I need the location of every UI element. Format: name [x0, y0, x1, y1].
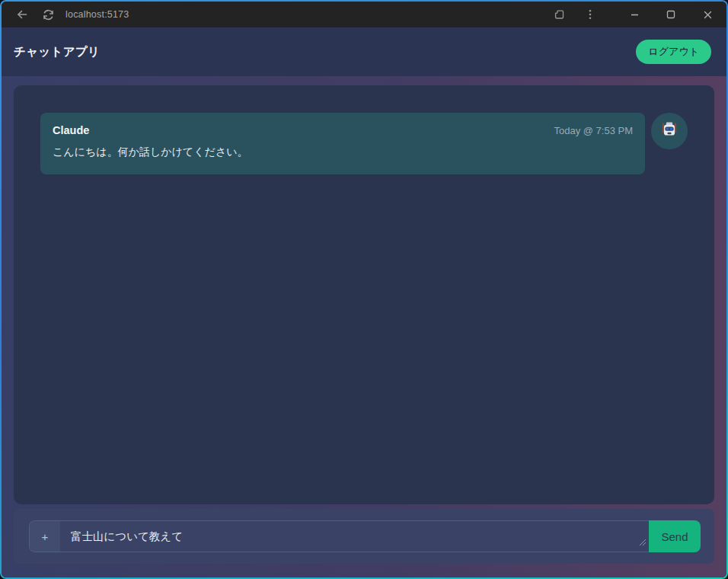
message-bubble: Claude Today @ 7:53 PM こんにちは。何か話しかけてください… [40, 113, 645, 174]
minimize-icon [629, 9, 640, 21]
reload-icon [42, 8, 55, 21]
overflow-menu-button[interactable] [580, 5, 600, 24]
logout-button[interactable]: ログアウト [636, 40, 711, 64]
app-header: チャットアプリ ログアウト [2, 27, 726, 76]
page-body: Claude Today @ 7:53 PM こんにちは。何か話しかけてください… [2, 76, 726, 577]
message-author: Claude [53, 124, 89, 136]
reload-button[interactable] [38, 5, 58, 24]
address-url[interactable]: localhost:5173 [65, 9, 129, 20]
send-button[interactable]: Send [649, 520, 701, 552]
chat-messages-panel: Claude Today @ 7:53 PM こんにちは。何か話しかけてください… [14, 85, 714, 504]
window-inner: localhost:5173 [2, 2, 726, 577]
attach-button[interactable]: + [30, 521, 60, 552]
message-field-group: + 富士山について教えて [29, 520, 649, 552]
extensions-icon [553, 8, 567, 21]
browser-window: localhost:5173 [0, 0, 728, 579]
message-timestamp: Today @ 7:53 PM [554, 125, 633, 136]
maximize-icon [666, 9, 676, 20]
back-icon [15, 8, 29, 21]
maximize-button[interactable] [661, 5, 681, 24]
message-text: こんにちは。何か話しかけてください。 [53, 144, 633, 159]
message-input[interactable]: 富士山について教えて [60, 521, 649, 552]
kebab-menu-icon [584, 8, 596, 21]
bot-avatar [651, 113, 688, 149]
extensions-button[interactable] [550, 5, 570, 24]
back-button[interactable] [12, 5, 32, 24]
browser-titlebar: localhost:5173 [2, 2, 726, 27]
page-title: チャットアプリ [14, 44, 100, 60]
composer-bar: + 富士山について教えて Send [14, 509, 714, 564]
message-row: Claude Today @ 7:53 PM こんにちは。何か話しかけてください… [40, 113, 688, 174]
robot-icon [658, 118, 681, 144]
minimize-button[interactable] [624, 5, 644, 24]
close-button[interactable] [698, 5, 717, 24]
message-header: Claude Today @ 7:53 PM [53, 124, 633, 136]
close-icon [702, 9, 714, 21]
